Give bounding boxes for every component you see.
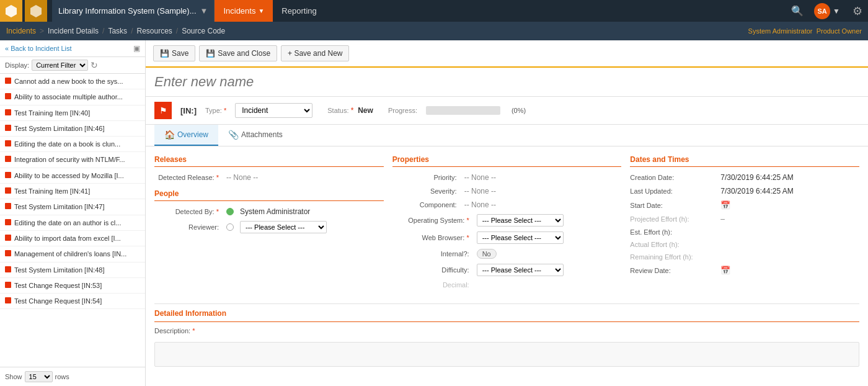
difficulty-label: Difficulty: bbox=[392, 266, 473, 274]
list-item[interactable]: Ability to be accessed by Mozilla [I... bbox=[0, 168, 145, 184]
breadcrumb: Incidents > Incident Details / Tasks / R… bbox=[0, 22, 868, 40]
priority-label: Priority: bbox=[392, 174, 461, 181]
browser-select[interactable]: --- Please Select --- bbox=[477, 231, 564, 244]
detected-by-value: System Administrator bbox=[240, 207, 310, 216]
incident-flag bbox=[5, 250, 11, 256]
list-item[interactable]: Integration of security with NTLM/F... bbox=[0, 152, 145, 168]
list-item[interactable]: Cannot add a new book to the sys... bbox=[0, 74, 145, 89]
breadcrumb-incidents[interactable]: Incidents bbox=[6, 27, 36, 35]
save-button[interactable]: 💾 Save bbox=[153, 45, 195, 61]
user-area: SA ▼ bbox=[808, 3, 846, 19]
user-dropdown-arrow[interactable]: ▼ bbox=[833, 7, 840, 16]
list-item[interactable]: Editing the date on an author is cl... bbox=[0, 215, 145, 231]
tab-attachments[interactable]: 📎 Attachments bbox=[218, 125, 293, 146]
incident-flag bbox=[5, 187, 11, 194]
reviewer-select[interactable]: --- Please Select --- bbox=[240, 221, 327, 233]
type-label: Type: * bbox=[205, 107, 226, 114]
list-item[interactable]: Test Training Item [IN:40] bbox=[0, 105, 145, 121]
detected-by-label: Detected By: * bbox=[154, 208, 223, 215]
detected-release-label: Detected Release: * bbox=[154, 174, 223, 181]
list-item[interactable]: Test Change Request [IN:54] bbox=[0, 294, 145, 309]
detected-by-row: Detected By: * System Administrator bbox=[154, 207, 384, 216]
svg-marker-1 bbox=[30, 5, 42, 17]
est-effort-row: Est. Effort (h): bbox=[630, 228, 859, 236]
incident-flag bbox=[5, 282, 11, 288]
os-label: Operating System: * bbox=[392, 217, 473, 224]
breadcrumb-resources[interactable]: Resources bbox=[136, 27, 172, 35]
os-select[interactable]: --- Please Select --- bbox=[477, 214, 564, 227]
component-value: -- None -- bbox=[464, 200, 496, 209]
breadcrumb-tasks[interactable]: Tasks bbox=[108, 27, 127, 35]
sidebar-list: Cannot add a new book to the sys...Abili… bbox=[0, 74, 145, 367]
logo-hex2 bbox=[25, 0, 47, 22]
type-select[interactable]: IncidentBugEnhancement IssueChange Reque… bbox=[235, 103, 312, 118]
tabs-bar: 🏠 Overview 📎 Attachments bbox=[146, 125, 868, 146]
app-name[interactable]: Library Information System (Sample)... ▼ bbox=[52, 0, 215, 22]
remaining-effort-row: Remaining Effort (h): bbox=[630, 253, 859, 261]
list-item[interactable]: Management of children's loans [IN... bbox=[0, 246, 145, 262]
list-item[interactable]: Test Change Request [IN:53] bbox=[0, 278, 145, 294]
incidents-arrow: ▼ bbox=[258, 7, 264, 14]
list-item[interactable]: Editing the date on a book is clun... bbox=[0, 137, 145, 152]
incident-name-input[interactable] bbox=[154, 74, 859, 90]
decimal-row: Decimal: bbox=[392, 281, 622, 289]
detailed-section: Detailed Information Description: * bbox=[154, 303, 859, 367]
back-to-list-button[interactable]: « Back to Incident List bbox=[5, 45, 72, 52]
rows-per-page-select[interactable]: 152550100 bbox=[25, 371, 53, 382]
browser-row: Web Browser: * --- Please Select --- bbox=[392, 231, 622, 244]
internal-toggle[interactable]: No bbox=[477, 249, 497, 259]
sidebar-collapse-button[interactable]: ▣ bbox=[133, 44, 140, 53]
last-updated-value: 7/30/2019 6:44:25 AM bbox=[720, 187, 793, 195]
gear-icon[interactable]: ⚙ bbox=[846, 0, 868, 22]
list-item[interactable]: Test System Limitation [IN:47] bbox=[0, 199, 145, 215]
remaining-effort-label: Remaining Effort (h): bbox=[630, 253, 717, 261]
search-icon[interactable]: 🔍 bbox=[786, 0, 808, 22]
three-column-layout: Releases Detected Release: * -- None -- … bbox=[154, 155, 859, 294]
filter-select[interactable]: Current Filter All Open bbox=[32, 60, 88, 71]
actual-effort-label: Actual Effort (h): bbox=[630, 241, 717, 248]
progress-label: Progress: bbox=[388, 107, 417, 114]
breadcrumb-incident-details[interactable]: Incident Details bbox=[48, 27, 99, 35]
detected-release-value: -- None -- bbox=[226, 173, 258, 182]
priority-row: Priority: -- None -- bbox=[392, 173, 622, 182]
user-avatar[interactable]: SA bbox=[814, 3, 830, 19]
save-new-button[interactable]: + Save and New bbox=[281, 45, 349, 61]
list-item[interactable]: Test System Limitation [IN:46] bbox=[0, 121, 145, 137]
tab-overview[interactable]: 🏠 Overview bbox=[154, 125, 218, 146]
incident-flag bbox=[5, 266, 11, 272]
releases-section-title: Releases bbox=[154, 155, 384, 167]
creation-date-row: Creation Date: 7/30/2019 6:44:25 AM bbox=[630, 173, 859, 182]
list-item[interactable]: Ability to associate multiple author... bbox=[0, 89, 145, 105]
list-item[interactable]: Test System Limitation [IN:48] bbox=[0, 263, 145, 278]
priority-value: -- None -- bbox=[464, 173, 496, 182]
description-row: Description: * bbox=[154, 327, 859, 337]
sidebar-footer: Show 152550100 rows bbox=[0, 367, 145, 386]
nav-incidents[interactable]: Incidents ▼ bbox=[215, 0, 273, 22]
start-date-calendar-icon[interactable]: 📅 bbox=[720, 200, 730, 210]
detected-by-status-dot bbox=[226, 208, 234, 215]
severity-row: Severity: -- None -- bbox=[392, 187, 622, 195]
breadcrumb-source-code[interactable]: Source Code bbox=[182, 27, 225, 35]
sidebar: « Back to Incident List ▣ Display: Curre… bbox=[0, 40, 146, 386]
list-item[interactable]: Ability to import data from excel [I... bbox=[0, 231, 145, 246]
start-date-label: Start Date: bbox=[630, 202, 717, 209]
attachments-icon: 📎 bbox=[228, 130, 239, 140]
incident-flag bbox=[5, 297, 11, 303]
est-effort-label: Est. Effort (h): bbox=[630, 228, 717, 236]
last-updated-row: Last Updated: 7/30/2019 6:44:25 AM bbox=[630, 187, 859, 195]
reviewer-status-dot bbox=[226, 223, 234, 231]
save-close-button[interactable]: 💾 Save and Close bbox=[199, 45, 277, 61]
user-role-info: System Administrator Product Owner bbox=[748, 27, 862, 35]
review-date-calendar-icon[interactable]: 📅 bbox=[720, 266, 730, 275]
difficulty-select[interactable]: --- Please Select --- bbox=[477, 264, 564, 276]
incident-flag bbox=[5, 203, 11, 209]
component-label: Component: bbox=[392, 201, 461, 209]
detailed-title: Detailed Information bbox=[154, 304, 859, 322]
reviewer-label: Reviewer: bbox=[154, 223, 223, 231]
actual-effort-row: Actual Effort (h): bbox=[630, 241, 859, 248]
projected-effort-row: Projected Effort (h): – bbox=[630, 215, 859, 223]
list-item[interactable]: Test Training Item [IN:41] bbox=[0, 184, 145, 199]
incident-flag bbox=[5, 109, 11, 115]
nav-reporting[interactable]: Reporting bbox=[273, 0, 325, 22]
refresh-button[interactable]: ↻ bbox=[91, 60, 98, 70]
